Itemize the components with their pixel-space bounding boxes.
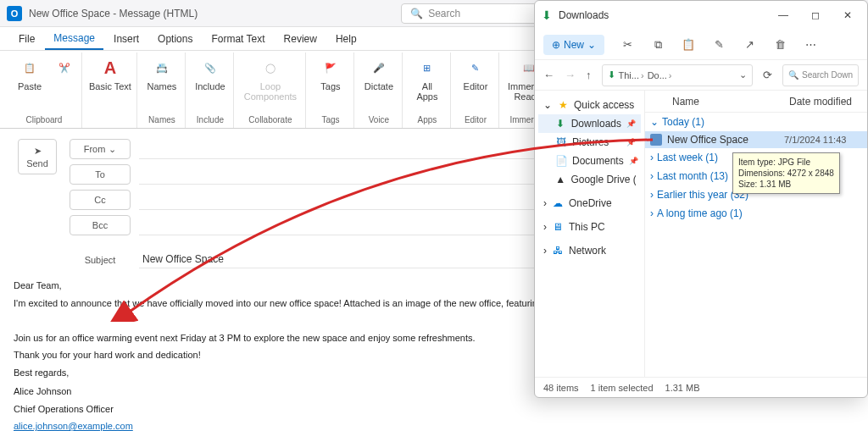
paste-icon[interactable]: 📋	[681, 38, 696, 51]
sidebar-onedrive[interactable]: › ☁ OneDrive	[538, 194, 641, 213]
menu-options[interactable]: Options	[149, 29, 201, 49]
group-voice: Voice	[369, 113, 389, 128]
minimize-button[interactable]: —	[771, 5, 796, 25]
chevron-right-icon: ›	[543, 245, 547, 257]
format-painter-button[interactable]: ✂️	[53, 56, 76, 80]
search-icon: 🔍	[788, 70, 798, 80]
chevron-right-icon: ›	[650, 152, 654, 163]
scissors-icon: ✂️	[53, 56, 76, 80]
pc-icon: 🖥	[552, 221, 564, 233]
dictate-button[interactable]: 🎤 Dictate	[361, 56, 397, 91]
chevron-right-icon: ›	[543, 221, 547, 233]
group-apps: Apps	[418, 113, 437, 128]
breadcrumb[interactable]: ⬇ Thi... Do... ⌄	[602, 64, 754, 86]
menu-message[interactable]: Message	[45, 28, 103, 50]
group-today[interactable]: ⌄ Today (1)	[645, 113, 867, 131]
file-explorer-window: ⬇ Downloads — ◻ ✕ ⊕ New ⌄ ✂ ⧉ 📋 ✎ ↗ 🗑 ⋯ …	[534, 0, 868, 398]
maximize-button[interactable]: ◻	[803, 5, 828, 25]
copy-icon[interactable]: ⧉	[650, 38, 665, 52]
sidebar-pictures[interactable]: 🖼 Pictures 📌	[538, 133, 641, 152]
menu-help[interactable]: Help	[327, 29, 365, 49]
col-date[interactable]: Date modified	[789, 96, 867, 108]
cloud-icon: ☁	[552, 197, 564, 209]
plus-icon: ⊕	[552, 39, 560, 51]
delete-icon[interactable]: 🗑	[772, 38, 787, 51]
group-include: Include	[197, 113, 224, 128]
explorer-search-input[interactable]: 🔍 Search Downloads	[782, 64, 859, 86]
forward-button[interactable]: →	[565, 69, 576, 81]
chevron-right-icon: ›	[650, 170, 654, 182]
attachment-icon: 📎	[198, 56, 222, 80]
menu-format-text[interactable]: Format Text	[203, 29, 273, 49]
group-editor: Editor	[465, 113, 487, 128]
refresh-button[interactable]: ⟳	[763, 69, 772, 81]
group-collaborate: Collaborate	[248, 113, 292, 128]
more-icon[interactable]: ⋯	[803, 38, 818, 51]
up-button[interactable]: ↑	[586, 69, 592, 81]
menu-review[interactable]: Review	[275, 29, 326, 49]
back-button[interactable]: ←	[543, 69, 554, 81]
file-tooltip: Item type: JPG File Dimensions: 4272 x 2…	[732, 152, 840, 194]
file-new-office-space[interactable]: New Office Space 7/1/2024 11:43	[645, 131, 867, 148]
status-items: 48 items	[543, 383, 579, 393]
sig-email[interactable]: alice.johnson@example.com	[14, 421, 133, 431]
status-size: 1.31 MB	[665, 383, 700, 393]
downloads-icon: ⬇	[542, 8, 552, 22]
editor-button[interactable]: ✎ Editor	[458, 56, 493, 91]
chevron-down-icon[interactable]: ⌄	[739, 69, 747, 80]
apps-button[interactable]: ⊞ All Apps	[409, 56, 445, 102]
bcc-button[interactable]: Bcc	[70, 215, 131, 235]
flag-icon: 🚩	[319, 56, 342, 80]
sidebar-network[interactable]: › 🖧 Network	[538, 241, 641, 260]
documents-icon: 📄	[555, 155, 567, 167]
paste-button[interactable]: 📋 Paste	[12, 56, 47, 91]
chevron-right-icon: ›	[543, 197, 547, 209]
clipboard-icon: 📋	[18, 56, 42, 80]
rename-icon[interactable]: ✎	[711, 38, 726, 51]
downloads-icon: ⬇	[608, 69, 615, 80]
sidebar-this-pc[interactable]: › 🖥 This PC	[538, 218, 641, 236]
from-button[interactable]: From⌄	[70, 139, 131, 159]
pin-icon: 📌	[626, 119, 636, 128]
drive-icon: ▲	[555, 174, 565, 185]
group-tags: Tags	[321, 113, 339, 128]
group-clipboard: Clipboard	[26, 113, 63, 128]
sidebar-documents[interactable]: 📄 Documents 📌	[538, 152, 641, 170]
sidebar-google-drive[interactable]: ▲ Google Drive (G	[538, 170, 641, 189]
chevron-right-icon: ›	[650, 189, 654, 201]
names-button[interactable]: 📇 Names	[144, 56, 180, 91]
chevron-down-icon: ⌄	[587, 39, 596, 51]
sidebar-downloads[interactable]: ⬇ Downloads 📌	[538, 114, 641, 133]
loop-icon: ◯	[259, 56, 282, 80]
cc-button[interactable]: Cc	[70, 190, 131, 210]
loop-button: ◯ Loop Components	[241, 56, 300, 102]
send-icon: ➤	[34, 146, 42, 157]
tags-button[interactable]: 🚩 Tags	[313, 56, 348, 91]
group-long-time[interactable]: › A long time ago (1)	[645, 204, 867, 223]
image-thumb-icon	[650, 134, 662, 146]
col-name[interactable]: Name	[645, 96, 789, 108]
to-button[interactable]: To	[70, 164, 131, 185]
status-selected: 1 item selected	[591, 383, 654, 393]
quick-access[interactable]: ⌄ ★ Quick access	[538, 96, 641, 114]
chevron-right-icon: ›	[650, 207, 654, 219]
send-button[interactable]: ➤ Send	[18, 139, 57, 174]
menu-insert[interactable]: Insert	[105, 29, 147, 49]
new-button[interactable]: ⊕ New ⌄	[543, 35, 604, 55]
chevron-down-icon: ⌄	[650, 116, 659, 128]
star-icon: ★	[557, 99, 569, 111]
share-icon[interactable]: ↗	[742, 38, 757, 51]
subject-label: Subject	[70, 255, 131, 265]
window-title: New Office Space - Message (HTML)	[29, 8, 198, 19]
menu-file[interactable]: File	[10, 29, 43, 49]
apps-icon: ⊞	[415, 56, 439, 80]
close-button[interactable]: ✕	[835, 5, 860, 25]
download-icon: ⬇	[555, 118, 566, 130]
include-button[interactable]: 📎 Include	[192, 56, 228, 91]
cut-icon[interactable]: ✂	[620, 38, 635, 51]
basic-text-button[interactable]: A Basic Text	[89, 56, 131, 91]
network-icon: 🖧	[552, 245, 564, 257]
pictures-icon: 🖼	[555, 136, 567, 148]
search-icon: 🔍	[410, 8, 423, 19]
chevron-down-icon: ⌄	[543, 99, 552, 111]
